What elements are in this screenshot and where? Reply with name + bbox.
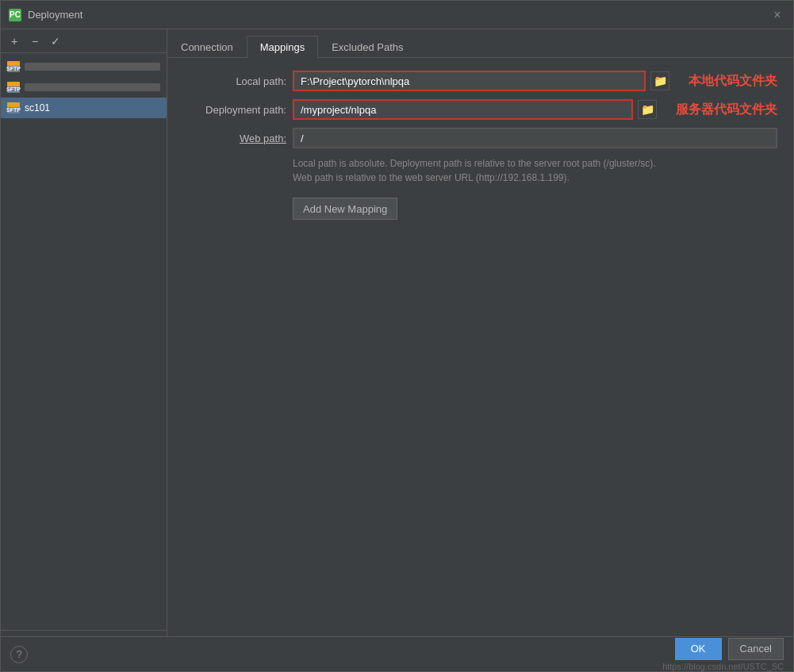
bottom-right: OK Cancel https://blog.csdn.net/USTC_SC bbox=[662, 638, 784, 671]
sftp-icon: SFTP bbox=[7, 61, 20, 72]
right-panel: Connection Mappings Excluded Paths Local… bbox=[167, 29, 793, 636]
web-path-input[interactable] bbox=[293, 128, 777, 148]
blurred-label bbox=[25, 63, 160, 71]
deployment-path-label: Deployment path: bbox=[183, 104, 286, 116]
url-hint: https://blog.csdn.net/USTC_SC bbox=[662, 662, 784, 671]
add-new-mapping-button[interactable]: Add New Mapping bbox=[293, 198, 397, 220]
tab-mappings[interactable]: Mappings bbox=[247, 36, 318, 58]
tab-bar: Connection Mappings Excluded Paths bbox=[167, 29, 793, 58]
local-path-input[interactable] bbox=[293, 71, 646, 91]
local-path-label: Local path: bbox=[183, 75, 286, 87]
deployment-path-browse-button[interactable]: 📁 bbox=[638, 100, 657, 119]
server-label: sc101 bbox=[25, 102, 50, 113]
tab-connection[interactable]: Connection bbox=[167, 36, 247, 58]
action-buttons: OK Cancel bbox=[675, 638, 784, 660]
bottom-bar: ? OK Cancel https://blog.csdn.net/USTC_S… bbox=[1, 636, 793, 671]
remove-server-button[interactable]: − bbox=[26, 33, 44, 50]
info-text: Local path is absolute. Deployment path … bbox=[183, 156, 777, 185]
sidebar: + − ✓ SFTP SFTP bbox=[1, 29, 167, 636]
ok-button[interactable]: OK bbox=[675, 638, 722, 660]
deployment-path-input[interactable] bbox=[293, 99, 633, 120]
local-path-row: Local path: 📁 本地代码文件夹 bbox=[183, 71, 777, 91]
sidebar-scrollbar[interactable] bbox=[1, 630, 167, 636]
deployment-path-input-wrapper: 📁 bbox=[293, 99, 657, 120]
folder-icon: 📁 bbox=[641, 103, 654, 116]
app-icon: PC bbox=[9, 9, 21, 21]
web-path-label: Web path: bbox=[183, 132, 286, 144]
local-path-annotation: 本地代码文件夹 bbox=[689, 73, 777, 90]
sftp-icon: SFTP bbox=[7, 102, 20, 113]
deployment-path-annotation: 服务器代码文件夹 bbox=[676, 102, 777, 118]
deployment-dialog: PC Deployment × + − ✓ SFTP bbox=[0, 0, 794, 672]
sidebar-item-sc101[interactable]: SFTP sc101 bbox=[1, 98, 167, 118]
title-bar: PC Deployment × bbox=[1, 1, 793, 29]
deployment-path-row: Deployment path: 📁 服务器代码文件夹 bbox=[183, 99, 777, 120]
server-list: SFTP SFTP SFTP sc101 bbox=[1, 53, 167, 630]
close-button[interactable]: × bbox=[769, 7, 785, 23]
tab-excluded-paths[interactable]: Excluded Paths bbox=[318, 36, 416, 58]
main-content: + − ✓ SFTP SFTP bbox=[1, 29, 793, 636]
web-path-row: Web path: bbox=[183, 128, 777, 148]
list-item[interactable]: SFTP bbox=[1, 56, 167, 77]
help-button[interactable]: ? bbox=[10, 646, 28, 663]
sftp-icon: SFTP bbox=[7, 82, 20, 93]
mappings-form: Local path: 📁 本地代码文件夹 Deployment path: bbox=[167, 58, 793, 636]
local-path-input-wrapper: 📁 bbox=[293, 71, 669, 91]
sidebar-toolbar: + − ✓ bbox=[1, 29, 167, 53]
cancel-button[interactable]: Cancel bbox=[728, 638, 784, 660]
list-item[interactable]: SFTP bbox=[1, 77, 167, 98]
local-path-browse-button[interactable]: 📁 bbox=[650, 71, 669, 90]
folder-icon: 📁 bbox=[654, 75, 667, 87]
dialog-title: Deployment bbox=[28, 9, 769, 21]
blurred-label bbox=[25, 83, 160, 91]
add-server-button[interactable]: + bbox=[6, 33, 23, 50]
web-path-input-wrapper bbox=[293, 128, 777, 148]
apply-button[interactable]: ✓ bbox=[47, 33, 64, 50]
